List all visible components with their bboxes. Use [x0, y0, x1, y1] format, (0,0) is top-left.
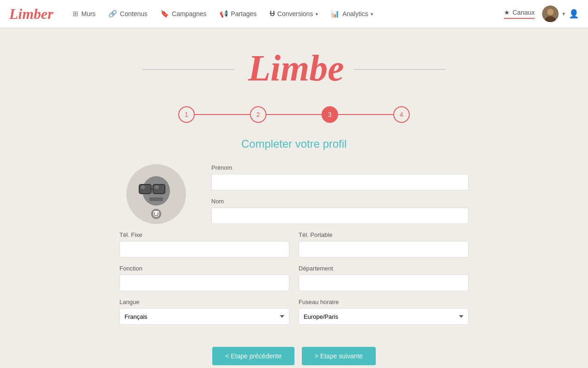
step-line-1-2 [195, 114, 250, 115]
step-line-3-4 [338, 114, 393, 115]
full-form: Prénom Nom Tél. Fixe Tél. Portable [119, 164, 469, 332]
form-top-section: Prénom Nom [119, 164, 469, 224]
tel-portable-group: Tél. Portable [299, 231, 469, 258]
step-2[interactable]: 2 [250, 106, 266, 123]
langue-row: Langue Français English Español Fuseau h… [119, 299, 469, 325]
nav-item-partages[interactable]: 📢 Partages [214, 6, 262, 22]
tel-portable-input[interactable] [299, 241, 469, 258]
nav-item-murs[interactable]: ⊞ Murs [67, 6, 101, 22]
u-icon: Ʉ [270, 10, 275, 18]
step-3[interactable]: 3 [322, 106, 338, 123]
fonction-input[interactable] [119, 275, 289, 291]
deco-line-left [142, 69, 234, 70]
prenom-input[interactable] [211, 174, 469, 190]
next-button[interactable]: > Etape suivante [302, 347, 376, 365]
deco-line-right [354, 69, 446, 70]
avatar-section [119, 164, 193, 224]
navbar: Limber ⊞ Murs 🔗 Contenus 🔖 Campagnes 📢 P… [0, 0, 588, 28]
stepper: 1 2 3 4 [178, 106, 410, 123]
prenom-label: Prénom [211, 164, 469, 171]
fonction-group: Fonction [119, 265, 289, 291]
svg-rect-15 [153, 211, 159, 213]
nav-item-conversions[interactable]: Ʉ Conversions ▾ [264, 6, 324, 22]
logo-text: Limber [9, 6, 53, 22]
limber-big-logo: Limber [243, 46, 345, 92]
svg-rect-11 [149, 197, 163, 201]
prev-button[interactable]: < Etape précédente [212, 347, 294, 365]
tel-portable-label: Tél. Portable [299, 231, 469, 238]
user-icon[interactable]: 👤 [569, 9, 579, 19]
departement-input[interactable] [299, 275, 469, 291]
fuseau-select[interactable]: Europe/Paris America/New_York Asia/Tokyo [299, 308, 469, 325]
fuseau-label: Fuseau horaire [299, 299, 469, 305]
buttons-row: < Etape précédente > Etape suivante [212, 347, 375, 365]
nav-items: ⊞ Murs 🔗 Contenus 🔖 Campagnes 📢 Partages… [67, 6, 504, 22]
nav-item-contenus[interactable]: 🔗 Contenus [103, 6, 153, 22]
step-line-2-3 [266, 114, 322, 115]
megaphone-icon: 📢 [220, 10, 228, 18]
avatar-dropdown-icon: ▾ [562, 11, 565, 17]
nom-label: Nom [211, 198, 469, 205]
tel-row: Tél. Fixe Tél. Portable [119, 231, 469, 258]
step-1[interactable]: 1 [178, 106, 195, 123]
nav-label-conversions: Conversions [277, 10, 313, 17]
chart-icon: 📊 [331, 10, 339, 18]
nav-label-murs: Murs [81, 10, 96, 17]
svg-rect-7 [153, 184, 165, 194]
nav-label-contenus: Contenus [120, 10, 147, 17]
tel-fixe-group: Tél. Fixe [119, 231, 289, 258]
svg-point-9 [141, 185, 145, 189]
nav-label-campagnes: Campagnes [172, 10, 207, 17]
grid-icon: ⊞ [73, 10, 79, 18]
conversions-dropdown-icon: ▾ [316, 12, 318, 17]
step-4[interactable]: 4 [393, 106, 410, 123]
langue-select[interactable]: Français English Español [119, 308, 289, 325]
nav-item-analytics[interactable]: 📊 Analytics ▾ [325, 6, 379, 22]
svg-text:Limber: Limber [248, 48, 345, 87]
prenom-group: Prénom [211, 164, 469, 190]
fonction-row: Fonction Département [119, 265, 469, 291]
logo[interactable]: Limber [9, 6, 53, 23]
nom-group: Nom [211, 198, 469, 224]
main-content: Limber 1 2 3 4 Completer votre profil [0, 28, 588, 368]
star-icon: ★ [504, 9, 510, 16]
nav-right: ★ Canaux ▾ 👤 [504, 6, 579, 22]
langue-label: Langue [119, 299, 289, 305]
avatar [542, 6, 559, 22]
analytics-dropdown-icon: ▾ [371, 12, 373, 17]
nav-item-campagnes[interactable]: 🔖 Campagnes [155, 6, 212, 22]
svg-rect-6 [139, 184, 151, 194]
svg-point-1 [547, 9, 554, 15]
nom-input[interactable] [211, 207, 469, 224]
fuseau-group: Fuseau horaire Europe/Paris America/New_… [299, 299, 469, 325]
nav-label-analytics: Analytics [342, 10, 368, 17]
tel-fixe-label: Tél. Fixe [119, 231, 289, 238]
form-title: Completer votre profil [241, 138, 346, 150]
canaux-label: Canaux [513, 9, 535, 16]
canaux-button[interactable]: ★ Canaux [504, 9, 535, 19]
tel-fixe-input[interactable] [119, 241, 289, 258]
avatar-upload[interactable] [126, 164, 186, 224]
langue-group: Langue Français English Español [119, 299, 289, 325]
departement-label: Département [299, 265, 469, 272]
user-menu[interactable]: ▾ 👤 [542, 6, 579, 22]
bookmark-icon: 🔖 [160, 10, 169, 18]
nav-label-partages: Partages [231, 10, 257, 17]
logo-section: Limber [133, 46, 455, 92]
svg-point-10 [154, 185, 159, 189]
svg-point-14 [155, 213, 158, 215]
link-icon: 🔗 [108, 10, 117, 18]
right-fields-top: Prénom Nom [211, 164, 469, 224]
departement-group: Département [299, 265, 469, 291]
fonction-label: Fonction [119, 265, 289, 272]
